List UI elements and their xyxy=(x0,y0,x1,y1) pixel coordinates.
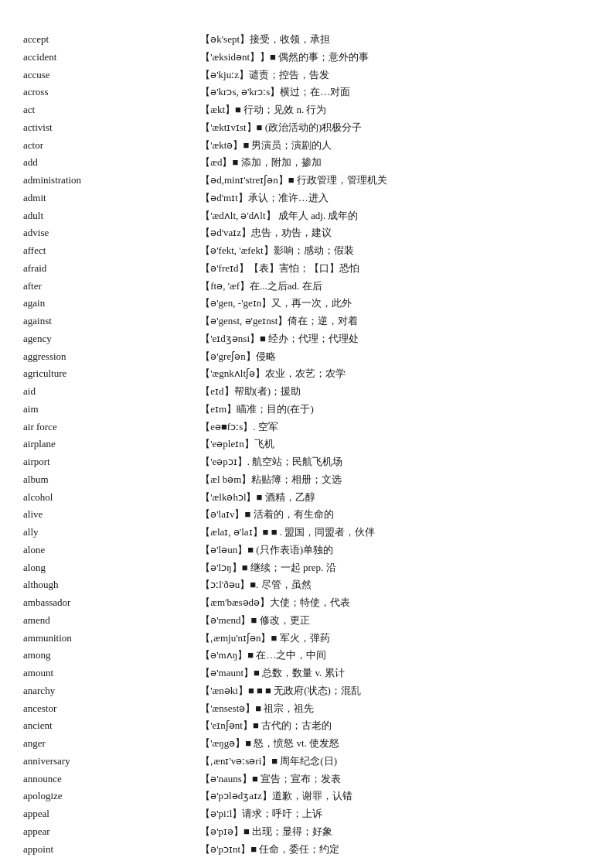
vocab-definition: 【eɪd】帮助(者)；援助 xyxy=(200,383,590,401)
vocab-row: alcohol【'ælkəhɔl】■ 酒精，乙醇 xyxy=(23,489,590,507)
vocab-definition: 【ə'gen, -'geɪn】又，再一次，此外 xyxy=(200,295,590,313)
vocab-row: airplane【'eəpleɪn】飞机 xyxy=(23,436,590,453)
vocab-word: add xyxy=(23,154,200,172)
vocab-word: air force xyxy=(23,419,200,436)
vocab-definition: 【'eɪnʃənt】■ 古代的；古老的 xyxy=(200,717,590,735)
vocab-row: agriculture【'ægnkʌltʃə】农业，农艺；农学 xyxy=(23,365,590,383)
vocab-row: across【ə'krɔs, ə'krɔːs】横过；在…对面 xyxy=(23,84,590,101)
vocab-word: amend xyxy=(23,612,200,630)
vocab-row: appoint【ə'pɔɪnt】■ 任命，委任；约定 xyxy=(23,841,590,859)
vocab-word: across xyxy=(23,84,200,101)
vocab-row: actor【'æktə】■ 男演员；演剧的人 xyxy=(23,137,590,155)
vocab-word: agriculture xyxy=(23,365,200,383)
vocab-word: admit xyxy=(23,190,200,207)
vocab-row: ancient【'eɪnʃənt】■ 古代的；古老的 xyxy=(23,717,590,735)
vocab-row: amend【ə'mend】■ 修改，更正 xyxy=(23,612,590,630)
vocab-row: accept【ək'sept】接受，收领，承担 xyxy=(23,31,590,49)
vocab-row: appear【ə'pɪə】■ 出现；显得；好象 xyxy=(23,823,590,841)
vocab-word: appear xyxy=(23,823,200,841)
vocab-row: apologize【ə'pɔlədʒaɪz】道歉，谢罪，认错 xyxy=(23,788,590,805)
vocab-row: appeal【ə'piːl】请求；呼吁；上诉 xyxy=(23,805,590,823)
vocab-definition: 【ə'maunt】■ 总数，数量 v. 累计 xyxy=(200,665,590,682)
vocab-row: affect【ə'fekt, 'æfekt】影响；感动；假装 xyxy=(23,242,590,260)
vocab-definition: 【'eəpleɪn】飞机 xyxy=(200,436,590,453)
vocab-word: alive xyxy=(23,506,200,524)
vocab-definition: 【ɔːl'ðəu】■. 尽管，虽然 xyxy=(200,576,590,594)
vocab-row: although【ɔːl'ðəu】■. 尽管，虽然 xyxy=(23,576,590,594)
vocab-definition: 【ə'laɪv】■ 活着的，有生命的 xyxy=(200,506,590,524)
vocab-row: along【ə'lɔŋ】■ 继续；一起 prep. 沿 xyxy=(23,559,590,577)
vocab-definition: 【æd】■ 添加，附加，掺加 xyxy=(200,154,590,172)
vocab-definition: 【ftə, 'æf】在...之后ad. 在后 xyxy=(200,278,590,296)
vocab-definition: 【ə'piːl】请求；呼吁；上诉 xyxy=(200,805,590,823)
vocab-definition: 【æm'bæsədə】大使；特使，代表 xyxy=(200,594,590,612)
vocabulary-list: accept【ək'sept】接受，收领，承担accident【'æksidən… xyxy=(23,31,590,858)
vocab-definition: 【ək'sept】接受，收领，承担 xyxy=(200,31,590,49)
vocab-row: ammunition【ˌæmju'nɪʃən】■ 军火，弹药 xyxy=(23,630,590,648)
vocab-definition: 【'eəpɔɪ】. 航空站；民航飞机场 xyxy=(200,453,590,471)
vocab-word: anniversary xyxy=(23,753,200,771)
vocab-word: amount xyxy=(23,665,200,682)
vocab-definition: 【ækt】■ 行动；见效 n. 行为 xyxy=(200,101,590,119)
vocab-word: ancient xyxy=(23,717,200,735)
vocab-word: along xyxy=(23,559,200,577)
vocab-word: among xyxy=(23,647,200,665)
vocab-row: alone【ə'ləun】■ (只作表语)单独的 xyxy=(23,542,590,559)
vocab-row: advise【əd'vaɪz】忠告，劝告，建议 xyxy=(23,224,590,242)
vocab-row: amount【ə'maunt】■ 总数，数量 v. 累计 xyxy=(23,665,590,682)
vocab-word: aggression xyxy=(23,348,200,366)
vocab-row: air force【eə■fɔːs】. 空军 xyxy=(23,419,590,436)
vocab-word: ancestor xyxy=(23,700,200,718)
vocab-word: advise xyxy=(23,224,200,242)
vocab-definition: 【əd'vaɪz】忠告，劝告，建议 xyxy=(200,224,590,242)
vocab-word: announce xyxy=(23,771,200,788)
vocab-row: aim【eɪm】瞄准；目的(在于) xyxy=(23,401,590,419)
vocab-word: ambassador xyxy=(23,594,200,612)
vocab-definition: 【ə'mʌŋ】■ 在…之中，中间 xyxy=(200,647,590,665)
vocab-definition: 【ə'krɔs, ə'krɔːs】横过；在…对面 xyxy=(200,84,590,101)
vocab-definition: 【eə■fɔːs】. 空军 xyxy=(200,419,590,436)
vocab-word: against xyxy=(23,313,200,330)
vocab-definition: 【ˌæmju'nɪʃən】■ 军火，弹药 xyxy=(200,630,590,648)
vocab-word: agency xyxy=(23,330,200,348)
vocab-row: administration【əd,minɪ'streɪʃən】■ 行政管理，管… xyxy=(23,172,590,190)
vocab-definition: 【ə'ləun】■ (只作表语)单独的 xyxy=(200,542,590,559)
vocab-definition: 【'æksidənt】】■ 偶然的事；意外的事 xyxy=(200,49,590,67)
vocab-row: announce【ə'nauns】■ 宣告；宣布；发表 xyxy=(23,771,590,788)
vocab-row: anger【'æŋgə】■ 怒，愤怒 vt. 使发怒 xyxy=(23,735,590,753)
vocab-definition: 【'ædʌlt, ə'dʌlt】 成年人 adj. 成年的 xyxy=(200,207,590,225)
vocab-word: alcohol xyxy=(23,489,200,507)
vocab-row: ancestor【'ænsestə】■ 祖宗，祖先 xyxy=(23,700,590,718)
vocab-word: afraid xyxy=(23,260,200,278)
vocab-word: airplane xyxy=(23,436,200,453)
vocab-row: activist【'æktɪvɪst】■ (政治活动的)积极分子 xyxy=(23,119,590,137)
vocab-row: again【ə'gen, -'geɪn】又，再一次，此外 xyxy=(23,295,590,313)
vocab-word: adult xyxy=(23,207,200,225)
vocab-word: alone xyxy=(23,542,200,559)
vocab-definition: 【ə'pɪə】■ 出现；显得；好象 xyxy=(200,823,590,841)
vocab-row: airport【'eəpɔɪ】. 航空站；民航飞机场 xyxy=(23,453,590,471)
vocab-row: adult【'ædʌlt, ə'dʌlt】 成年人 adj. 成年的 xyxy=(23,207,590,225)
vocab-row: add【æd】■ 添加，附加，掺加 xyxy=(23,154,590,172)
vocab-definition: 【'ægnkʌltʃə】农业，农艺；农学 xyxy=(200,365,590,383)
vocab-definition: 【eɪm】瞄准；目的(在于) xyxy=(200,401,590,419)
vocab-word: ammunition xyxy=(23,630,200,648)
vocab-word: album xyxy=(23,471,200,489)
vocab-definition: 【ə'freɪd】【表】害怕；【口】恐怕 xyxy=(200,260,590,278)
vocab-word: although xyxy=(23,576,200,594)
vocab-definition: 【ə'fekt, 'æfekt】影响；感动；假装 xyxy=(200,242,590,260)
vocab-definition: 【əd,minɪ'streɪʃən】■ 行政管理，管理机关 xyxy=(200,172,590,190)
vocab-definition: 【æl bəm】粘贴簿；相册；文选 xyxy=(200,471,590,489)
vocab-word: airport xyxy=(23,453,200,471)
vocab-word: apologize xyxy=(23,788,200,805)
vocab-word: aid xyxy=(23,383,200,401)
vocab-word: accident xyxy=(23,49,200,67)
vocab-row: against【ə'genst, ə'geɪnst】倚在；逆，对着 xyxy=(23,313,590,330)
vocab-definition: 【'æŋgə】■ 怒，愤怒 vt. 使发怒 xyxy=(200,735,590,753)
vocab-definition: 【'ænəki】■ ■ ■ 无政府(状态)；混乱 xyxy=(200,682,590,700)
vocab-row: ally【ælaɪ, ə'laɪ】■ ■ . 盟国，同盟者，伙伴 xyxy=(23,524,590,542)
vocab-row: accuse【ə'kjuːz】谴责；控告，告发 xyxy=(23,67,590,84)
vocab-row: admit【əd'mɪt】承认；准许…进入 xyxy=(23,190,590,207)
vocab-word: anarchy xyxy=(23,682,200,700)
vocab-word: act xyxy=(23,101,200,119)
